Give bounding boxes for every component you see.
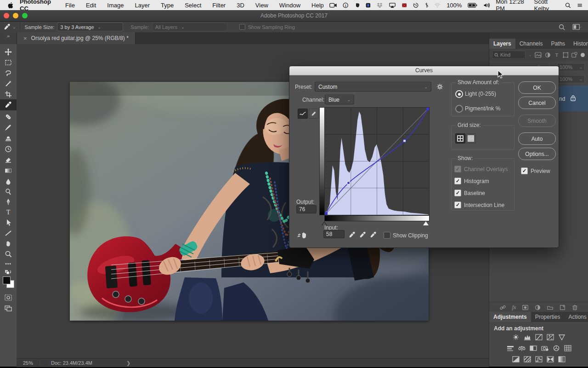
tab-channels[interactable]: Channels: [515, 39, 547, 49]
new-adjustment-layer-icon[interactable]: [535, 305, 541, 310]
bluetooth-icon[interactable]: [425, 2, 428, 9]
color-balance-icon[interactable]: [517, 345, 526, 352]
swap-colors-icon[interactable]: [4, 269, 12, 277]
output-value-field[interactable]: 76: [296, 205, 317, 213]
link-layers-icon[interactable]: [500, 305, 506, 310]
video-camera-icon[interactable]: [329, 2, 337, 9]
radio-light[interactable]: [455, 90, 463, 98]
black-point-eyedropper-icon[interactable]: [349, 231, 356, 238]
intersection-line-checkbox[interactable]: ✓: [454, 201, 461, 208]
auto-button[interactable]: Auto: [518, 132, 556, 145]
menu-window[interactable]: Window: [274, 2, 306, 9]
spotlight-icon[interactable]: [565, 2, 571, 9]
smart-object-filter-icon[interactable]: [571, 52, 577, 58]
app-square-icon[interactable]: [366, 2, 371, 9]
filter-toggle-icon[interactable]: [581, 53, 585, 57]
brush-tool[interactable]: [4, 123, 12, 132]
menu-type[interactable]: Type: [155, 2, 179, 9]
menu-filter[interactable]: Filter: [207, 2, 231, 9]
pixel-layer-filter-icon[interactable]: [535, 52, 542, 58]
draw-curve-pencil-tool[interactable]: [309, 109, 319, 119]
layer-group-icon[interactable]: [547, 305, 553, 310]
wifi-icon[interactable]: [434, 2, 441, 9]
zoom-level-field[interactable]: 25%: [17, 360, 40, 366]
white-point-eyedropper-icon[interactable]: [370, 231, 377, 238]
foreground-background-swatches[interactable]: [3, 276, 14, 288]
clone-stamp-tool[interactable]: [4, 134, 12, 142]
dodge-tool[interactable]: [4, 188, 12, 196]
foreground-color-swatch[interactable]: [3, 276, 11, 284]
tab-adjustments[interactable]: Adjustments: [489, 312, 531, 322]
hue-saturation-icon[interactable]: [506, 345, 514, 352]
path-selection-tool[interactable]: [4, 218, 12, 227]
menu-file[interactable]: File: [60, 2, 80, 9]
layer-mask-icon[interactable]: [522, 305, 528, 310]
tab-paths[interactable]: Paths: [547, 39, 569, 49]
preset-select[interactable]: Custom⌄: [315, 82, 431, 92]
targeted-adjustment-tool-icon[interactable]: [297, 231, 308, 240]
options-button[interactable]: Options...: [518, 148, 556, 160]
threshold-icon[interactable]: [535, 356, 543, 363]
document-tab[interactable]: × Orsolya red guitar.jpg @ 25% (RGB/8) *: [17, 32, 136, 44]
show-clipping-checkbox[interactable]: [384, 232, 390, 239]
zoom-tool[interactable]: [4, 250, 12, 258]
tool-preset-well[interactable]: ⌄: [0, 22, 20, 32]
highlight-input-slider[interactable]: [423, 221, 429, 225]
menu-edit[interactable]: Edit: [80, 2, 102, 9]
new-layer-icon[interactable]: [560, 305, 565, 310]
preview-checkbox[interactable]: ✓: [521, 167, 528, 174]
gradient-tool[interactable]: [4, 167, 12, 175]
type-layer-filter-icon[interactable]: T: [554, 52, 560, 58]
channel-select[interactable]: Blue⌄: [325, 95, 354, 104]
blur-tool[interactable]: [4, 178, 12, 186]
tab-actions[interactable]: Actions: [564, 312, 588, 322]
toolbar-collapse-chevrons[interactable]: »: [0, 32, 17, 44]
layer-style-icon[interactable]: fx: [512, 304, 516, 311]
marquee-tool[interactable]: [4, 58, 12, 67]
shape-layer-filter-icon[interactable]: [563, 52, 569, 58]
levels-icon[interactable]: [523, 334, 532, 341]
delete-layer-icon[interactable]: [572, 305, 578, 310]
selective-color-icon[interactable]: [558, 356, 566, 363]
workspace-switcher-icon[interactable]: [572, 24, 582, 30]
quick-mask-icon[interactable]: [4, 293, 12, 302]
posterize-icon[interactable]: [523, 356, 532, 363]
move-tool[interactable]: [4, 48, 12, 56]
ok-button[interactable]: OK: [518, 81, 556, 94]
grid-quarter-button[interactable]: [455, 133, 465, 144]
cancel-button[interactable]: Cancel: [518, 97, 556, 109]
eraser-tool[interactable]: [4, 155, 12, 164]
tab-properties[interactable]: Properties: [531, 312, 565, 322]
tab-layers[interactable]: Layers: [489, 39, 515, 49]
hand-tool[interactable]: [4, 239, 12, 247]
screen-mode-icon[interactable]: [4, 304, 12, 312]
brightness-contrast-icon[interactable]: [512, 334, 520, 341]
menu-help[interactable]: Help: [306, 2, 329, 9]
tab-history[interactable]: History: [569, 39, 588, 49]
baseline-checkbox[interactable]: ✓: [454, 190, 461, 196]
photo-filter-icon[interactable]: [540, 345, 549, 352]
grid-fine-button[interactable]: [466, 133, 476, 144]
sample-size-select[interactable]: 3 by 3 Average⌄: [57, 23, 123, 31]
eyedropper-tool[interactable]: [0, 99, 17, 110]
info-icon[interactable]: i: [343, 2, 348, 9]
dropbox-icon[interactable]: [377, 2, 383, 9]
filter-kind-select[interactable]: Kind: [492, 51, 526, 59]
type-tool[interactable]: T: [4, 208, 12, 216]
color-lookup-icon[interactable]: [563, 345, 572, 352]
evernote-icon[interactable]: [355, 2, 360, 9]
curves-dialog[interactable]: Curves Preset: Custom⌄ Channel: Blue⌄ Ou…: [289, 66, 559, 248]
gray-point-eyedropper-icon[interactable]: [359, 231, 366, 238]
opacity-value[interactable]: 100%⌄: [557, 63, 585, 71]
healing-brush-tool[interactable]: [4, 113, 12, 121]
close-tab-icon[interactable]: ×: [23, 35, 27, 42]
edit-points-curve-tool[interactable]: [298, 109, 308, 119]
search-icon[interactable]: [559, 24, 565, 30]
menu-3d[interactable]: 3D: [231, 2, 250, 9]
quick-selection-tool[interactable]: [4, 80, 12, 88]
curves-graph[interactable]: [324, 107, 430, 215]
line-tool[interactable]: [4, 229, 12, 237]
lasso-tool[interactable]: [4, 69, 12, 77]
radio-pigment-ink[interactable]: [455, 105, 463, 113]
status-chevron-icon[interactable]: ❯: [126, 360, 130, 366]
